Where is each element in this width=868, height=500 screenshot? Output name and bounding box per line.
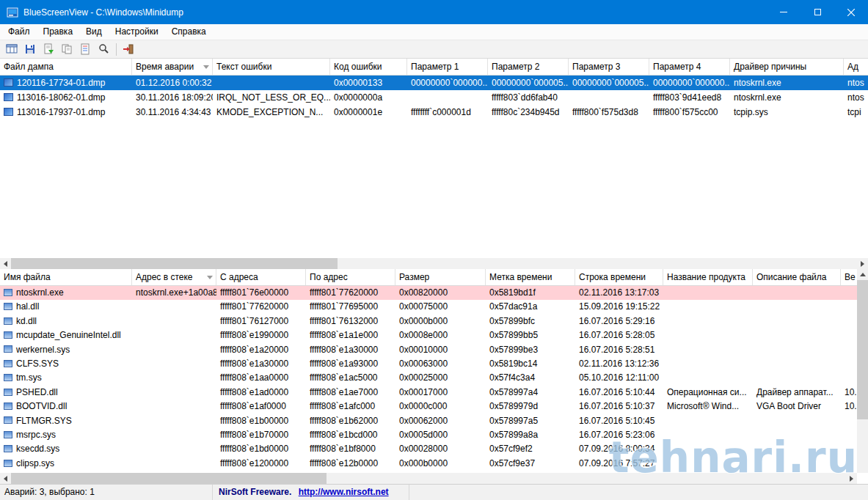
col-file-version[interactable]: Ве: [841, 269, 857, 285]
dump-file-icon: [4, 108, 13, 116]
crash-list-empty-area: [0, 120, 868, 258]
driver-row[interactable]: FLTMGR.SYS fffff808`e1b00000 fffff808`e1…: [0, 414, 857, 428]
driver-row[interactable]: msrpc.sys fffff808`e1b70000 fffff808`e1b…: [0, 428, 857, 442]
to-address-cell: fffff808`e1b62000: [306, 414, 395, 428]
menu-file[interactable]: Файл: [1, 24, 37, 40]
from-address-cell: fffff808`e1b00000: [216, 414, 306, 428]
col-bug-check-code[interactable]: Код ошибки: [330, 59, 407, 75]
find-button[interactable]: [95, 41, 112, 57]
col-parameter-3[interactable]: Параметр 3: [569, 59, 649, 75]
file-version-cell: [841, 457, 857, 471]
driver-file-icon: [4, 460, 12, 467]
scroll-right-button[interactable]: [846, 473, 857, 484]
close-button[interactable]: [834, 0, 868, 24]
col-parameter-1[interactable]: Параметр 1: [407, 59, 488, 75]
driver-row[interactable]: ntoskrnl.exe ntoskrnl.exe+1a00a8 fffff80…: [0, 286, 857, 300]
exit-button[interactable]: [120, 41, 137, 57]
status-bar-empty: [409, 485, 868, 500]
caused-by-driver-cell: ntoskrnl.exe: [730, 76, 844, 90]
time-stamp-cell: 0x57899bfc: [486, 315, 575, 328]
driver-row[interactable]: mcupdate_GenuineIntel.dll fffff808`e1990…: [0, 328, 857, 342]
choose-columns-button[interactable]: [3, 41, 21, 57]
scroll-right-icon: [850, 476, 853, 482]
parameter-4-cell: fffff800`f575cc00: [649, 105, 730, 120]
upper-hscrollbar-thumb[interactable]: [11, 258, 338, 269]
file-description-cell: [753, 328, 841, 342]
menu-view[interactable]: Вид: [79, 24, 109, 40]
col-parameter-4[interactable]: Параметр 4: [649, 59, 730, 75]
driver-row[interactable]: kd.dll fffff801`76127000 fffff801`761320…: [0, 315, 857, 328]
lower-hscrollbar[interactable]: [0, 473, 857, 484]
driver-file-icon: [4, 345, 12, 353]
lower-hscrollbar-thumb[interactable]: [11, 473, 327, 484]
time-string-cell: 02.11.2016 13:17:03: [575, 286, 663, 300]
file-version-cell: [841, 343, 857, 357]
driver-row[interactable]: clipsp.sys fffff808`e1200000 fffff808`e1…: [0, 457, 857, 471]
properties-button[interactable]: [76, 41, 94, 57]
scroll-left-button[interactable]: [0, 258, 11, 269]
time-stamp-cell: 0x578997a5: [486, 414, 575, 428]
stack-address-cell: [132, 400, 216, 413]
nirsoft-url-link[interactable]: http://www.nirsoft.net: [299, 487, 389, 497]
time-stamp-cell: 0x5789979d: [486, 400, 575, 413]
file-name-cell: mcupdate_GenuineIntel.dll: [0, 328, 132, 342]
file-version-cell: [841, 428, 857, 442]
col-caused-by-address[interactable]: Ад: [844, 59, 868, 75]
col-caused-by-driver[interactable]: Драйвер причины: [730, 59, 844, 75]
driver-row[interactable]: tm.sys fffff808`e1aa0000 fffff808`e1ac50…: [0, 371, 857, 385]
col-product-name[interactable]: Название продукта: [663, 269, 753, 285]
driver-name: mcupdate_GenuineIntel.dll: [16, 330, 121, 340]
menu-options[interactable]: Настройки: [109, 24, 165, 40]
driver-row[interactable]: BOOTVID.dll fffff808`e1af0000 fffff808`e…: [0, 400, 857, 413]
driver-name: tm.sys: [16, 372, 42, 383]
col-file-name[interactable]: Имя файла: [0, 269, 132, 285]
driver-row[interactable]: ksecdd.sys fffff808`e1bd0000 fffff808`e1…: [0, 442, 857, 456]
col-from-address[interactable]: С адреса: [216, 269, 306, 285]
maximize-button[interactable]: [800, 0, 834, 24]
driver-row[interactable]: PSHED.dll fffff808`e1ad0000 fffff808`e1a…: [0, 386, 857, 400]
col-bug-check-string[interactable]: Текст ошибки: [213, 59, 330, 75]
save-button[interactable]: [21, 41, 39, 57]
copy-button[interactable]: [58, 41, 76, 57]
html-report-button[interactable]: [40, 41, 57, 57]
crash-row[interactable]: 113016-17937-01.dmp 30.11.2016 4:34:43 K…: [0, 105, 868, 120]
driver-row[interactable]: CLFS.SYS fffff808`e1a30000 fffff808`e1a9…: [0, 357, 857, 371]
col-size[interactable]: Размер: [395, 269, 486, 285]
to-address-cell: fffff808`e1afc000: [306, 400, 395, 413]
col-parameter-2[interactable]: Параметр 2: [488, 59, 569, 75]
col-stack-address[interactable]: Адрес в стеке: [132, 269, 216, 285]
lower-vscrollbar[interactable]: [857, 269, 868, 473]
driver-row[interactable]: hal.dll fffff801`77620000 fffff801`77695…: [0, 300, 857, 314]
dump-file-cell: 120116-17734-01.dmp: [0, 76, 132, 90]
menu-edit[interactable]: Правка: [37, 24, 80, 40]
time-string-cell: 16.07.2016 5:10:37: [575, 400, 663, 413]
stack-address-cell: [132, 343, 216, 357]
driver-row[interactable]: werkernel.sys fffff808`e1a20000 fffff808…: [0, 343, 857, 357]
col-crash-time[interactable]: Время аварии: [132, 59, 213, 75]
dump-file-icon: [4, 93, 13, 101]
col-time-stamp[interactable]: Метка времени: [486, 269, 575, 285]
stack-address-cell: [132, 428, 216, 442]
file-description-cell: [753, 357, 841, 371]
upper-hscrollbar[interactable]: [0, 258, 868, 269]
lower-vscrollbar-thumb[interactable]: [857, 280, 868, 419]
time-string-cell: 16.07.2016 5:28:05: [575, 328, 663, 342]
to-address-cell: fffff808`e1a1e000: [306, 328, 395, 342]
col-time-string[interactable]: Строка времени: [575, 269, 663, 285]
crash-row[interactable]: 120116-17734-01.dmp 01.12.2016 0:00:32 0…: [0, 76, 868, 90]
parameter-2-cell: fffff80c`234b945d: [488, 105, 569, 120]
scroll-left-button[interactable]: [0, 473, 11, 484]
scroll-up-button[interactable]: [857, 269, 868, 280]
maximize-icon: [814, 9, 821, 15]
crash-row[interactable]: 113016-18062-01.dmp 30.11.2016 18:09:20 …: [0, 90, 868, 105]
product-name-cell: Операционная си...: [663, 386, 753, 400]
size-cell: 0x0000b000: [395, 315, 486, 328]
col-file-description[interactable]: Описание файла: [753, 269, 841, 285]
copy-icon: [61, 43, 73, 55]
minimize-button[interactable]: [767, 0, 800, 24]
col-dump-file[interactable]: Файл дампа: [0, 59, 132, 75]
menu-help[interactable]: Справка: [165, 24, 213, 40]
col-to-address[interactable]: По адрес: [306, 269, 395, 285]
exit-icon: [123, 43, 134, 55]
scroll-right-button[interactable]: [857, 258, 868, 269]
